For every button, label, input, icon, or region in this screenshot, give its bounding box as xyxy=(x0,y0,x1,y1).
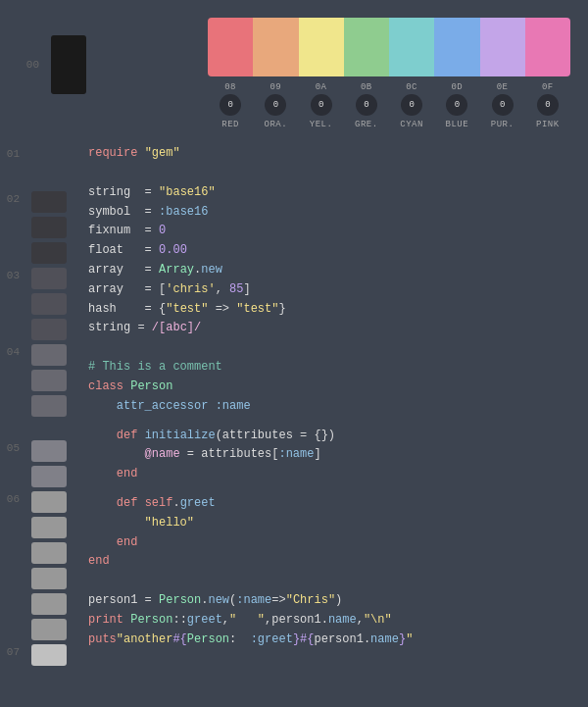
code-line-comment: # This is a comment xyxy=(88,358,588,378)
label-pink: 0F 0 PINK xyxy=(525,82,570,129)
color-swatches xyxy=(208,18,570,76)
linerow-04b xyxy=(0,368,74,393)
linerow-02c xyxy=(0,240,74,266)
linerow-02b xyxy=(0,215,74,240)
code-line-attr: attr_accessor :name xyxy=(88,397,588,417)
swatch-red xyxy=(208,18,253,76)
code-line-person1: person1 = Person.new(:name=>"Chris") xyxy=(88,591,588,611)
label-ora: 09 0 ORA. xyxy=(253,82,298,129)
linerow-07: 07 xyxy=(0,642,74,668)
code-area: require "gem" string = "base16" symbol =… xyxy=(78,144,588,668)
code-line-end1: end xyxy=(88,465,588,484)
label-gre: 0B 0 GRE. xyxy=(344,82,389,129)
linerow-06: 06 xyxy=(0,489,74,515)
code-empty-1 xyxy=(88,164,588,183)
label-red: 08 0 RED xyxy=(208,82,253,129)
linerow-05b xyxy=(0,464,74,489)
linerow-empty2 xyxy=(0,419,74,438)
code-line-ivar: @name = attributes[:name] xyxy=(88,445,588,465)
label-pur: 0E 0 PUR. xyxy=(480,82,525,129)
linerow-06e xyxy=(0,591,74,617)
editor-area: 01 02 03 04 xyxy=(0,139,588,668)
label-cyan: 0C 0 CYAN xyxy=(389,82,434,129)
line-num-00: 00 xyxy=(20,57,47,74)
swatch-00 xyxy=(51,35,86,94)
code-empty-5 xyxy=(88,572,588,591)
linerow-03: 03 xyxy=(0,266,74,291)
linerow-05: 05 xyxy=(0,438,74,464)
code-line-def-greet: def self.greet xyxy=(88,494,588,514)
label-blue: 0D 0 BLUE xyxy=(434,82,479,129)
code-line-array2: array = ['chris', 85] xyxy=(88,280,588,300)
code-line-symbol: symbol = :base16 xyxy=(88,203,588,223)
code-line-fixnum: fixnum = 0 xyxy=(88,222,588,241)
linerow-06c xyxy=(0,540,74,566)
linerow-empty1 xyxy=(0,170,74,189)
code-line-regex: string = /[abc]/ xyxy=(88,319,588,338)
code-line-end3: end xyxy=(88,552,588,572)
code-line-string: string = "base16" xyxy=(88,183,588,203)
code-empty-4 xyxy=(88,484,588,494)
code-line-print: print Person::greet," ",person1.name,"\n… xyxy=(88,611,588,631)
swatch-blue xyxy=(434,18,479,76)
code-line-float: float = 0.00 xyxy=(88,241,588,261)
code-line-puts: puts"another#{Person: :greet}#{person1.n… xyxy=(88,631,588,650)
swatch-pur xyxy=(480,18,525,76)
label-yel: 0A 0 YEL. xyxy=(299,82,344,129)
swatch-pink xyxy=(525,18,570,76)
code-line-class: class Person xyxy=(88,378,588,397)
linerow-03b xyxy=(0,291,74,317)
swatch-cyan xyxy=(389,18,434,76)
line-numbers: 01 02 03 04 xyxy=(0,144,78,668)
code-empty-3 xyxy=(88,417,588,427)
linerow-06d xyxy=(0,566,74,591)
linerow-01: 01 xyxy=(0,144,74,170)
code-line-hello: "hello" xyxy=(88,514,588,533)
swatch-yel xyxy=(299,18,344,76)
linerow-06b xyxy=(0,515,74,540)
code-empty-2 xyxy=(88,338,588,358)
code-line-hash: hash = {"test" => "test"} xyxy=(88,300,588,320)
code-line-def-init: def initialize(attributes = {}) xyxy=(88,427,588,446)
swatch-ora xyxy=(253,18,298,76)
linerow-04c xyxy=(0,393,74,419)
linerow-04: 04 xyxy=(0,342,74,368)
color-palette-section: 00 08 0 RED 09 xyxy=(0,0,588,139)
linerow-06f xyxy=(0,617,74,642)
code-line-array1: array = Array.new xyxy=(88,261,588,280)
color-labels: 08 0 RED 09 0 ORA. 0A 0 YEL. 0B 0 GR xyxy=(208,82,570,129)
code-line-end2: end xyxy=(88,533,588,553)
linerow-02: 02 xyxy=(0,189,74,215)
code-line-require: require "gem" xyxy=(88,144,588,164)
swatch-gre xyxy=(344,18,389,76)
linerow-03c xyxy=(0,317,74,342)
